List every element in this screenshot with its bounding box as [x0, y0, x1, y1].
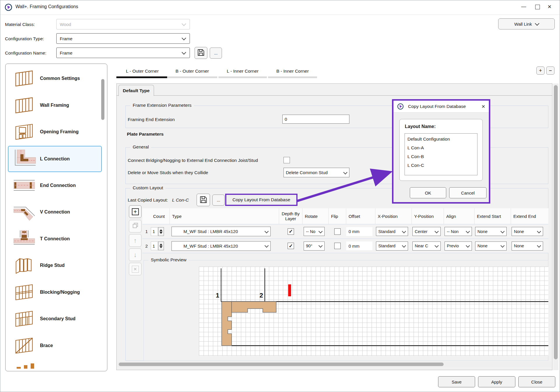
sidebar-item-brace[interactable]: Brace [8, 333, 102, 358]
col-header-rotate: Rotate [302, 208, 329, 224]
move-row-up-button[interactable]: ↑ [129, 234, 141, 247]
copy-layout-from-database-button[interactable]: Copy Layout From Database [225, 194, 298, 206]
material-class-select[interactable]: Wood [56, 19, 190, 29]
sidebar-item-t-connection[interactable]: T Connection [8, 226, 102, 252]
sidebar-item-ridge-stud[interactable]: Ridge Stud [8, 253, 102, 278]
blocking-nogging-icon [8, 283, 40, 301]
v-connection-icon [8, 203, 40, 221]
framing-end-extension-input[interactable]: 0 [282, 115, 349, 124]
vertical-scrollbar[interactable] [553, 83, 559, 370]
down-arrow-icon: ↓ [134, 251, 137, 259]
configuration-type-select[interactable]: Frame [56, 33, 190, 44]
chevron-down-icon [535, 21, 539, 26]
sidebar-item-common-settings[interactable]: Common Settings [8, 66, 102, 91]
app-window: Wall+. Framing Configurations — ✕ Materi… [0, 0, 560, 392]
offset-input[interactable]: 0 mm [346, 227, 372, 236]
count-stepper[interactable] [158, 227, 164, 236]
list-item[interactable]: L Con-B [405, 152, 477, 161]
col-header-y-position: Y-Position [412, 208, 444, 224]
delete-row-button[interactable]: ✕ [129, 263, 141, 275]
save-layout-button[interactable] [197, 194, 210, 206]
col-header-count: Count [151, 208, 170, 224]
browse-configuration-button[interactable]: ... [210, 48, 222, 59]
framing-end-extension-label: Framing End Extension [128, 117, 175, 122]
ok-button[interactable]: OK [410, 187, 446, 198]
depth-by-layer-checkbox[interactable]: ✓ [288, 228, 294, 235]
save-configuration-button[interactable] [195, 47, 207, 59]
sidebar-item-secondary-stud[interactable]: Secondary Stud [8, 306, 102, 332]
depth-by-layer-checkbox[interactable]: ✓ [288, 243, 294, 249]
sidebar-item-wall-framing[interactable]: Wall Framing [8, 92, 102, 118]
sidebar-item-blocking-nogging[interactable]: Blocking/Nogging [8, 279, 102, 305]
add-tab-button[interactable]: + [536, 66, 545, 75]
stepper-down-icon [160, 232, 162, 234]
list-item[interactable]: Default Configuration [405, 135, 477, 144]
rotate-select[interactable]: -- No [304, 227, 325, 236]
flip-checkbox[interactable] [334, 228, 341, 235]
sidebar-item-l-connection[interactable]: L Connection [8, 146, 102, 172]
y-position-select[interactable]: Near C [412, 242, 441, 251]
add-row-button[interactable]: + [129, 205, 141, 218]
opening-frame-icon [8, 123, 40, 141]
extend-start-select[interactable]: None [475, 227, 507, 236]
apply-button[interactable]: Apply [478, 376, 515, 387]
offset-input[interactable]: 0 mm [346, 242, 372, 250]
browse-layout-button[interactable]: ... [212, 195, 225, 206]
align-select[interactable]: -- Non [444, 227, 472, 236]
count-value[interactable]: 1 [151, 242, 158, 250]
tab-default-type[interactable]: Default Type [118, 85, 154, 96]
connect-bridging-checkbox[interactable] [284, 157, 290, 163]
cancel-button[interactable]: Cancel [449, 187, 487, 198]
tab-b-outer-corner[interactable]: B - Outer Corner [167, 67, 217, 76]
tab-l-inner-corner[interactable]: L - Inner Corner [218, 67, 267, 76]
tab-b-inner-corner[interactable]: B - Inner Corner [268, 67, 317, 76]
sidebar-scrollbar[interactable] [101, 79, 104, 120]
remove-tab-button[interactable]: − [546, 66, 554, 75]
move-row-down-button[interactable]: ↓ [129, 249, 141, 261]
type-select[interactable]: M_WF Stud : LMBR 45x120 [172, 227, 271, 236]
maximize-button[interactable] [535, 5, 540, 9]
align-select[interactable]: Previo [444, 242, 472, 251]
delete-icon: ✕ [132, 266, 139, 273]
minimize-button[interactable]: — [521, 4, 526, 10]
sidebar-item-v-connection[interactable]: V Connection [8, 199, 102, 225]
close-button[interactable]: Close [518, 376, 555, 387]
wall-link-button[interactable]: Wall Link [498, 18, 555, 29]
list-item[interactable]: L Con-C [405, 161, 477, 170]
layout-name-listbox[interactable]: Default Configuration L Con-A L Con-B L … [405, 133, 477, 175]
type-select[interactable]: M_WF Stud : LMBR 45x120 [172, 241, 271, 251]
row-number: 2 [142, 239, 151, 253]
col-header-type: Type [170, 208, 279, 224]
save-icon [197, 49, 205, 57]
col-header-extend-start: Extend Start [475, 208, 511, 224]
window-title: Wall+. Framing Configurations [15, 4, 78, 9]
extend-end-select[interactable]: None [512, 242, 543, 251]
count-stepper[interactable] [158, 242, 164, 250]
sidebar-item-end-connection[interactable]: End Connection [8, 173, 102, 198]
extend-end-select[interactable]: None [512, 227, 543, 236]
save-button[interactable]: Save [438, 376, 475, 387]
x-position-select[interactable]: Standard [376, 227, 408, 236]
list-item[interactable]: L Con-A [405, 144, 477, 152]
x-position-select[interactable]: Standard [376, 242, 408, 251]
wall-frame-icon [8, 96, 40, 114]
y-position-select[interactable]: Center [412, 227, 441, 236]
horizontal-scrollbar[interactable] [117, 362, 552, 367]
close-button[interactable]: ✕ [547, 4, 552, 10]
count-value[interactable]: 1 [151, 227, 158, 236]
flip-checkbox[interactable] [334, 243, 341, 249]
configuration-name-label: Configuration Name: [5, 50, 46, 56]
duplicate-row-button[interactable] [129, 220, 141, 232]
red-marker [288, 284, 291, 296]
stepper-down-icon [160, 246, 162, 248]
dialog-close-icon[interactable]: ✕ [482, 104, 485, 109]
sidebar-item-opening-framing[interactable]: Opening Framing [8, 119, 102, 145]
tab-l-outer-corner[interactable]: L - Outer Corner [116, 67, 168, 76]
col-header-extend-end: Extend End [511, 208, 548, 224]
rotate-select[interactable]: 90° [304, 242, 325, 251]
annotation-arrow [292, 162, 400, 210]
configuration-name-select[interactable]: Frame [56, 48, 190, 58]
extend-start-select[interactable]: None [475, 242, 507, 251]
tab-underline-active [116, 76, 168, 78]
last-copied-layout-label: Last Copied Layout: [128, 197, 168, 203]
